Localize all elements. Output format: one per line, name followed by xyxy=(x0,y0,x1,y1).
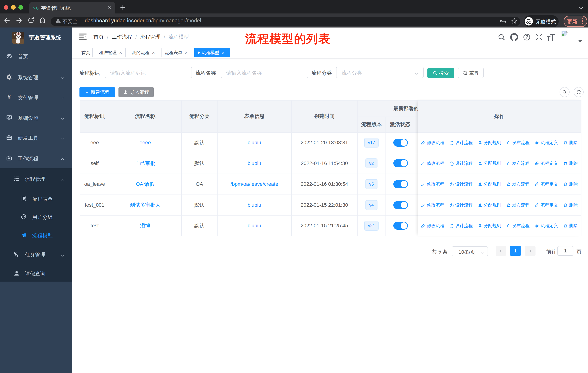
svg-text:¥: ¥ xyxy=(8,94,11,100)
